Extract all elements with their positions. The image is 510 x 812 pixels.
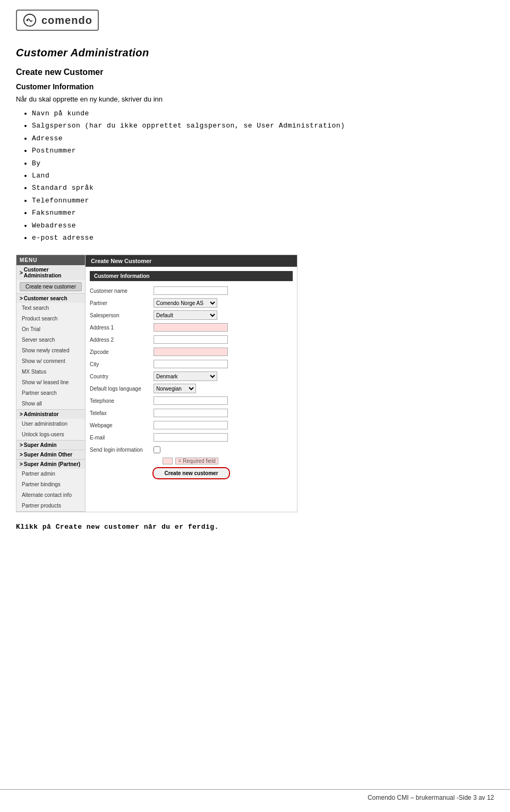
list-item: Telefonnummer: [32, 194, 494, 207]
list-item: Faksnummer: [32, 207, 494, 219]
address1-label: Address 1: [90, 325, 154, 331]
country-select[interactable]: Denmark: [154, 371, 217, 381]
required-field-indicator: [163, 458, 172, 464]
list-item: Land: [32, 170, 494, 182]
customer-name-row: Customer name: [90, 285, 293, 296]
city-row: City: [90, 359, 293, 369]
logo-icon: [22, 13, 37, 28]
email-label: E-mail: [90, 435, 154, 441]
email-row: E-mail: [90, 432, 293, 443]
sidebar-item-text-search[interactable]: Text search: [16, 303, 85, 314]
city-input[interactable]: [154, 360, 228, 368]
sidebar-item-mx-status[interactable]: MX Status: [16, 367, 85, 377]
sidebar-section-admin: Administrator User administration Unlock…: [16, 410, 85, 441]
page-title: Customer Administration: [16, 47, 494, 59]
sidebar-section-customer-admin: Customer Administration Create new custo…: [16, 265, 85, 294]
telephone-row: Telephone: [90, 395, 293, 406]
webpage-row: Webpage: [90, 420, 293, 430]
sidebar-section-super-admin-other: Super Admin Other: [16, 450, 85, 460]
sidebar-item-show-w-comment[interactable]: Show w/ comment: [16, 356, 85, 367]
address1-input[interactable]: [154, 323, 228, 332]
sidebar-item-product-search[interactable]: Product search: [16, 314, 85, 324]
form-section-header: Customer Information: [90, 271, 293, 281]
sidebar-section-title-customer-admin[interactable]: Customer Administration: [16, 265, 85, 280]
sidebar-item-on-trial[interactable]: On Trial: [16, 324, 85, 335]
sidebar-item-show-newly-created[interactable]: Show newly created: [16, 345, 85, 356]
partner-select[interactable]: Comendo Norge AS: [154, 298, 217, 308]
sidebar-item-show-all[interactable]: Show all: [16, 399, 85, 409]
telefax-input[interactable]: [154, 409, 228, 417]
salesperson-select[interactable]: Default: [154, 310, 217, 320]
list-item: Salgsperson (har du ikke opprettet salgs…: [32, 120, 494, 132]
section-title: Customer Information: [16, 82, 494, 91]
list-item: Navn på kunde: [32, 107, 494, 120]
salesperson-label: Salesperson: [90, 312, 154, 318]
sidebar-item-partner-admin[interactable]: Partner admin: [16, 469, 85, 479]
partner-label: Partner: [90, 300, 154, 306]
country-label: Country: [90, 374, 154, 379]
list-item: Postnummer: [32, 145, 494, 157]
send-login-checkbox[interactable]: [154, 446, 160, 453]
sidebar-item-alternate-contact[interactable]: Alternate contact info: [16, 490, 85, 501]
sidebar-section-title-super-admin[interactable]: Super Admin: [16, 441, 85, 450]
sidebar-section-super-admin: Super Admin: [16, 441, 85, 450]
intro-text: Når du skal opprette en ny kunde, skrive…: [16, 95, 494, 103]
send-login-label: Send login information: [90, 447, 154, 453]
sidebar-item-partner-bindings[interactable]: Partner bindings: [16, 479, 85, 490]
address2-label: Address 2: [90, 337, 154, 343]
sidebar-section-customer-search: Customer search Text search Product sear…: [16, 294, 85, 410]
lang-row: Default logs language Norwegian: [90, 383, 293, 394]
create-btn-row: Create new customer: [90, 467, 293, 479]
customer-name-label: Customer name: [90, 288, 154, 294]
sidebar-item-unlock-logs[interactable]: Unlock logs-users: [16, 429, 85, 440]
required-note: = Required field: [94, 458, 288, 464]
sidebar-item-user-admin[interactable]: User administration: [16, 419, 85, 429]
logo-area: comendo: [0, 0, 510, 36]
footer-text: Comendo CMI – brukermanual -Side 3 av 12: [368, 794, 494, 801]
list-item: e-post adresse: [32, 232, 494, 244]
telephone-label: Telephone: [90, 398, 154, 404]
logo-text: comendo: [41, 14, 92, 27]
sidebar-section-title-super-admin-other[interactable]: Super Admin Other: [16, 450, 85, 459]
sidebar-section-title-super-admin-partner[interactable]: Super Admin (Partner): [16, 460, 85, 469]
partner-row: Partner Comendo Norge AS: [90, 298, 293, 308]
panel-header: Create New Customer: [86, 255, 297, 267]
zipcode-input[interactable]: [154, 348, 228, 356]
customer-name-input[interactable]: [154, 286, 228, 295]
sidebar-section-title-admin[interactable]: Administrator: [16, 410, 85, 419]
telefax-label: Telefax: [90, 410, 154, 416]
lang-label: Default logs language: [90, 386, 154, 392]
closing-text: Klikk på Create new customer når du er f…: [16, 523, 494, 531]
webpage-input[interactable]: [154, 421, 228, 429]
telephone-input[interactable]: [154, 396, 228, 405]
screenshot-container: MENU Customer Administration Create new …: [16, 255, 298, 512]
logo-box: comendo: [16, 10, 99, 31]
salesperson-row: Salesperson Default: [90, 310, 293, 320]
form-area: Customer name Partner Comendo Norge AS S…: [86, 283, 297, 487]
email-input[interactable]: [154, 433, 228, 442]
page-subtitle: Create new Customer: [16, 67, 494, 77]
create-new-customer-button[interactable]: Create new customer: [152, 467, 230, 479]
info-list: Navn på kunde Salgsperson (har du ikke o…: [32, 107, 494, 244]
address2-row: Address 2: [90, 334, 293, 345]
sidebar: MENU Customer Administration Create new …: [16, 255, 86, 512]
telefax-row: Telefax: [90, 408, 293, 418]
list-item: Webadresse: [32, 219, 494, 232]
address1-row: Address 1: [90, 322, 293, 333]
sidebar-item-server-search[interactable]: Server search: [16, 335, 85, 345]
sidebar-item-partner-products[interactable]: Partner products: [16, 501, 85, 511]
send-login-row: Send login information: [90, 444, 293, 455]
sidebar-item-partner-search[interactable]: Partner search: [16, 388, 85, 399]
create-new-customer-sidebar-btn[interactable]: Create new customer: [20, 282, 82, 291]
address2-input[interactable]: [154, 335, 228, 344]
required-note-text: = Required field: [175, 458, 218, 464]
lang-select[interactable]: Norwegian: [154, 384, 196, 393]
list-item: Adresse: [32, 132, 494, 145]
sidebar-header: MENU: [16, 255, 85, 265]
webpage-label: Webpage: [90, 422, 154, 428]
list-item: Standard språk: [32, 182, 494, 194]
sidebar-item-show-leased[interactable]: Show w/ leased line: [16, 377, 85, 388]
sidebar-section-title-customer-search[interactable]: Customer search: [16, 294, 85, 303]
list-item: By: [32, 157, 494, 170]
sidebar-section-super-admin-partner: Super Admin (Partner) Partner admin Part…: [16, 460, 85, 512]
